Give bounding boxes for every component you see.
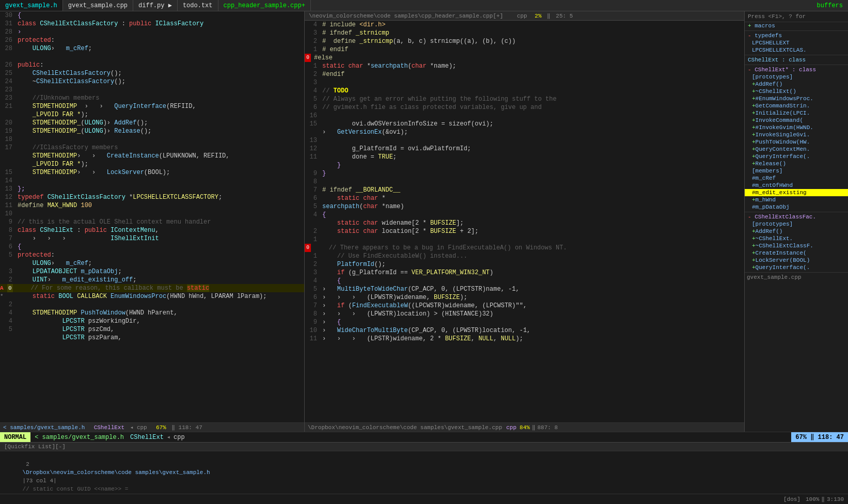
- line-row: 10 › WideCharToMultiByte(CP_ACP, 0, (LPW…: [305, 326, 744, 335]
- line-row: 2 UINT› m_edit_existing_off;: [0, 276, 304, 284]
- left-status-pct: 67%: [156, 424, 166, 431]
- line-row: 4 {: [305, 211, 744, 219]
- line-row: 6 › › › (LPWSTR)widename, BUFSIZE);: [305, 293, 744, 302]
- center-pane-status: \Dropbox\neovim_colorscheme\code samples…: [305, 422, 744, 432]
- right-cf-cshellextclassf[interactable]: +~CShellExtClassF.: [745, 242, 848, 249]
- bottom-status: [dos] 100% ‖ 3:130: [0, 494, 848, 504]
- left-status-file: < samples/gvext_sample.h: [3, 424, 85, 431]
- right-m-cref[interactable]: #m_cRef: [745, 175, 848, 182]
- status-bar: NORMAL < samples/gvext_sample.h CShellEx…: [0, 432, 848, 442]
- right-cf-prototypes[interactable]: [prototypes]: [745, 220, 848, 228]
- right-invokecommand[interactable]: +InvokeCommand(: [745, 117, 848, 124]
- right-sep5: [745, 272, 848, 273]
- tab-diff-py[interactable]: diff.py ▶: [133, 0, 178, 11]
- line-row: 13: [305, 136, 744, 145]
- line-row: 4 # include <dir.h>: [305, 21, 744, 29]
- right-typedefs[interactable]: - typedefs: [745, 32, 848, 39]
- quickfix-header: [Quickfix List][-]: [0, 443, 848, 451]
- line-row: 31 class CShellExtClassFactory : public …: [0, 20, 304, 28]
- left-pane-status: < samples/gvext_sample.h CShellExt ◂ cpp…: [0, 422, 304, 432]
- right-release[interactable]: +Release(): [745, 160, 848, 167]
- line-row: 30 {: [0, 11, 304, 20]
- status-filetype: cpp: [171, 434, 187, 441]
- line-row: 9 › {: [305, 318, 744, 326]
- right-cshellext-ptr-class[interactable]: - CShellExt* : class: [745, 66, 848, 73]
- right-cf-queryinterface[interactable]: +QueryInterface(.: [745, 264, 848, 271]
- center-file-header: \neovim_colorscheme\code samples\cpp_hea…: [305, 11, 744, 21]
- right-cshellex-class[interactable]: CShellExt : class: [745, 56, 848, 64]
- line-row: 3: [305, 78, 744, 87]
- right-cf-createinstance[interactable]: +CreateInstance(: [745, 249, 848, 257]
- line-row: 19 STDMETHODIMP_(ULONG)› Release();: [0, 127, 304, 135]
- right-getcommandstrin[interactable]: +GetCommandStrin.: [745, 102, 848, 109]
- line-row: 7 # ifndef __BORLANDC__: [305, 186, 744, 194]
- left-status-pos: 118: 47: [179, 424, 202, 431]
- line-row: 12 g_PlatformId = ovi.dwPlatformId;: [305, 145, 744, 153]
- right-cf-lockserver[interactable]: +LockServer(BOOL): [745, 257, 848, 264]
- line-row: 1 static char *searchpath(char *name);: [305, 62, 744, 70]
- right-pane: Press <F1>, ? for + macros - typedefs LP…: [745, 11, 848, 432]
- right-prototypes[interactable]: [prototypes]: [745, 73, 848, 81]
- line-row: › GetVersionEx(&ovi);: [305, 128, 744, 136]
- right-typedef-lpcshellextclas[interactable]: LPCSHELLEXTCLAS.: [745, 46, 848, 54]
- right-addref[interactable]: +AddRef(): [745, 81, 848, 88]
- right-macros[interactable]: + macros: [745, 22, 848, 29]
- line-row: 3 if (g_PlatformId == VER_PLATFORM_WIN32…: [305, 269, 744, 277]
- center-code-area[interactable]: 4 # include <dir.h> 3 # ifndef _strnicmp…: [305, 21, 744, 422]
- left-code-content: 30 { 31 class CShellExtClassFactory : pu…: [0, 11, 304, 422]
- tab-cpp-header[interactable]: cpp_header_sample.cpp+: [218, 0, 311, 11]
- tab-bar: gvext_sample.h gvext_sample.cpp diff.py …: [0, 0, 848, 11]
- line-row: 21 STDMETHODIMP › › QueryInterface(REFII…: [0, 102, 304, 111]
- right-m-hwnd[interactable]: +m_hWnd: [745, 196, 848, 203]
- right-m-pdataobj[interactable]: #m_pDataObj: [745, 203, 848, 211]
- line-row: 26 protected:: [0, 36, 304, 44]
- line-row: 17 //IClassFactory members: [0, 144, 304, 152]
- right-enumwindowsproc[interactable]: +#EnumWindowsProc.: [745, 95, 848, 102]
- right-cf-cshellext[interactable]: +~CShellExt.: [745, 235, 848, 242]
- right-cshellext-dest[interactable]: +~CShellExt(): [745, 88, 848, 95]
- right-pushtowindow[interactable]: +PushToWindow(HW.: [745, 138, 848, 146]
- line-row: 8 › › › (LPWSTR)location) > (HINSTANCE)3…: [305, 310, 744, 318]
- line-row: 4 LPCSTR pszWorkingDir,: [0, 317, 304, 325]
- line-row: STDMETHODIMP› › CreateInstance(LPUNKNOWN…: [0, 152, 304, 160]
- right-initialize[interactable]: +Initialize(LPCI.: [745, 109, 848, 117]
- mode-indicator: NORMAL: [0, 432, 30, 442]
- line-row: 8: [305, 178, 744, 186]
- right-cf-addref[interactable]: +AddRef(): [745, 228, 848, 235]
- line-row: 5 › MultiByteToWideChar(CP_ACP, 0, (LPCT…: [305, 285, 744, 293]
- left-pane: 30 { 31 class CShellExtClassFactory : pu…: [0, 11, 305, 432]
- line-row: 14: [0, 177, 304, 185]
- right-invokesinglegvi[interactable]: +InvokeSingleGvi.: [745, 131, 848, 138]
- right-m-edit-existing[interactable]: #m_edit_existing: [745, 189, 848, 196]
- line-row: 10: [0, 210, 304, 218]
- left-status-class: CShellExt: [94, 424, 124, 431]
- right-cshellextclassfac[interactable]: - CShellExtClassFac.: [745, 213, 848, 220]
- line-row: 4 STDMETHODIMP PushToWindow(HWND hParent…: [0, 309, 304, 317]
- main-area: 30 { 31 class CShellExtClassFactory : pu…: [0, 11, 848, 432]
- left-code-area[interactable]: 30 { 31 class CShellExtClassFactory : pu…: [0, 11, 304, 422]
- line-row: 2: [0, 301, 304, 309]
- right-members[interactable]: [members]: [745, 167, 848, 175]
- line-row: 2 static char location[2 * BUFSIZE + 2];: [305, 227, 744, 235]
- line-row: * static BOOL CALLBACK EnumWindowsProc(H…: [0, 292, 304, 301]
- line-row: _LPVOID FAR *);: [0, 111, 304, 119]
- tab-gvext-sample-h[interactable]: gvext_sample.h: [0, 0, 63, 11]
- line-row: 5 protected:: [0, 251, 304, 259]
- line-row: 1 # endif: [305, 45, 744, 54]
- line-row: _LPVOID FAR *);: [0, 160, 304, 168]
- right-queryinterface[interactable]: +QueryInterface(.: [745, 153, 848, 160]
- tab-gvext-sample-cpp[interactable]: gvext_sample.cpp: [63, 0, 133, 11]
- line-row: 4 {: [305, 277, 744, 285]
- right-querycontextmen[interactable]: +QueryContextMen.: [745, 146, 848, 153]
- right-invokegvim[interactable]: +#InvokeGvim(HWND.: [745, 124, 848, 131]
- line-row: 24 ~CShellExtClassFactory();: [0, 77, 304, 86]
- right-typedef-lpcshellext[interactable]: LPCSHELLEXT: [745, 39, 848, 46]
- line-row: 6 // gvimext.h file as class protected v…: [305, 103, 744, 112]
- line-row: 4 // TODO: [305, 87, 744, 95]
- line-row: 18: [0, 135, 304, 144]
- right-m-cntofhwnd[interactable]: #m_cntOfHWnd: [745, 182, 848, 189]
- line-row: 5 // Always get an error while putting t…: [305, 95, 744, 103]
- line-row: 23: [0, 86, 304, 94]
- tab-todo-txt[interactable]: todo.txt: [178, 0, 218, 11]
- line-row: 23 //IUnknown members: [0, 94, 304, 102]
